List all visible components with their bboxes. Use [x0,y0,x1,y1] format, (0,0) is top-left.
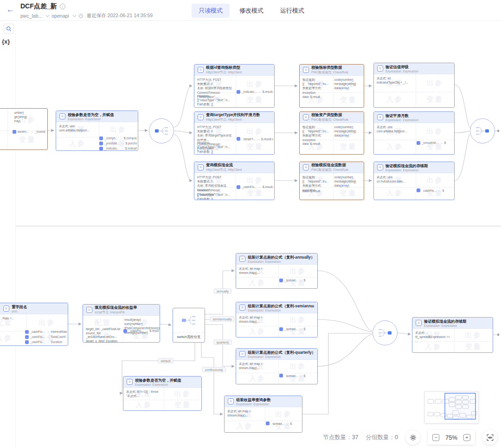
param-tag-icon [417,141,420,145]
join-connector-top[interactable] [470,118,495,143]
watermark-variable: 变量 [19,135,36,144]
config-line: Headers: [{"valueType":"Text","n... [197,94,234,102]
watermark-output: 出参 [39,318,56,327]
variables-symbol[interactable]: {x} [2,38,10,45]
fit-view-button[interactable] [482,430,497,445]
tab-readonly-mode[interactable]: 只读模式 [192,4,230,18]
param-row: _purchas...→$.purchase... [99,142,137,145]
node-body: 配置出参入参变量HTTP方法: POST失败重试: 0名称: 查询targetT… [194,123,274,154]
param-rows: _spread...→$ [279,374,316,379]
arrow-glyph: → [299,374,302,377]
node-verify-duration-top[interactable]: ≡验证模拟现金流的存续期Expression: Expression配置出参入参… [373,162,455,200]
param-name: _spread... [271,422,284,425]
param-name: _cashFlo... [422,189,437,192]
node-type-icon: ≡ [416,320,422,326]
zoom-out-button[interactable]: − [432,434,439,441]
arrow-glyph: → [257,137,260,141]
node-http-indicator[interactable]: ≡根据id查询指标类型HttpClient节点: HttpClient配置出参入… [194,64,275,108]
zoom-control: − 75% + [428,430,475,445]
watermark-variable: 变量 [174,401,191,409]
node-subtitle: PWC数据规范: CheckRule [311,117,348,122]
param-value: _investm... [35,130,45,133]
node-partial-bottom[interactable]: ≡置字段名sion配置出参入参变量Rate =..._cashFlo...→In… [0,303,68,346]
node-check-params-bottom[interactable]: ≡校验参数是否为空，并赋值Expression: Expression配置出参入… [123,376,202,411]
watermark-input: 入参 [249,374,266,383]
node-body: 配置出参入参变量表达式: let map = stream.map()..._s… [236,265,317,288]
node-config-text: data: $.result [302,95,332,99]
zoom-in-button[interactable]: + [463,434,470,441]
edge-label: annually [214,289,231,294]
param-rows: westm...→_investm... [13,130,46,135]
param-rows: _cashFlo...→$ [417,188,453,194]
node-body: 配置出参入参变量umber)ge(string)rray)westm...→_i… [0,109,47,149]
node-switch[interactable]: switch流程分支 [173,308,205,343]
node-header: ≡根据id查询指标类型HttpClient节点: HttpClient [194,65,274,76]
node-verify-duration-bottom[interactable]: ≡验证模拟现金流的存续期Expression: Expression配置出参入参… [412,317,493,353]
settings-button[interactable] [405,430,420,445]
param-rows: _cashFlo...→InterestRate_cashFlo...→Tota… [25,330,67,345]
node-title: 置字段名 [12,305,27,310]
param-tag-icon [279,327,283,331]
watermark-input: 入参 [0,333,13,342]
arrow-glyph: → [258,90,261,93]
node-title: 验证平滑月数 [385,113,418,118]
watermark-input: 入参 [249,327,266,336]
config-line: 名称: 查询模拟现金流 [197,183,234,188]
minimap-viewport[interactable] [445,393,475,419]
arrow-glyph: → [46,340,50,344]
config-line: source_list: _anDBInRatet.retDro... [86,331,122,339]
node-check-asset[interactable]: ≡校验资产类型数据PWC数据规范: CheckRule配置出参入参变量验证规则:… [299,111,364,155]
node-yield-params[interactable]: ≡组装收益率查询参数Expression: Expression配置出参入参变量… [224,396,302,433]
config-line: 表达式: let map = stream.map()... [239,362,277,370]
config-line: Authorization: [{"name":"authTyp... [197,106,234,107]
tab-run-mode[interactable]: 运行模式 [273,4,311,18]
workspace-select[interactable]: pwc_lab... [20,13,42,19]
node-check-params-top[interactable]: ≡校验参数是否为空，并赋值Expression: Expression配置出参入… [56,110,138,151]
node-subtitle: PWC数据规范: CheckRule [311,70,348,75]
node-check-indicator[interactable]: ≡校验指标类型数据PWC数据规范: CheckRule配置出参入参变量验证规则:… [299,64,364,108]
config-line: HTTP方法: POST [197,125,234,129]
node-header: ≡查询模拟现金流HttpClient节点: HttpClient [194,162,274,173]
config-line: 表达式: let indicatorTypeObj = _i... [377,76,414,84]
node-check-cashflow[interactable]: ≡校验模拟现金流数据PWC数据规范: CheckRule配置出参入参变量验证规则… [299,162,364,200]
node-fill-yield[interactable]: ≡填充模拟现金流的收益率script节点: interpolFill配置出参入参… [83,304,160,343]
watermark-input: 入参 [249,278,266,287]
node-title: 组装计算点差的公式（复利-annually） [248,255,314,260]
node-title: 校验指标类型数据 [311,65,348,70]
param-name: _cashFlo... [30,335,45,338]
node-formula-annually[interactable]: ≡组装计算点差的公式（复利-annually）Expression: Expre… [236,253,318,289]
edge-label: default [158,358,173,364]
flow-canvas[interactable]: {x} 配置出参入参变量umber)ge(string)rray)westm..… [0,32,501,448]
chevron-down-icon [45,13,49,17]
param-tag-icon [99,147,103,150]
param-rows: _spread...→$ [279,279,316,284]
node-partial-top[interactable]: 配置出参入参变量umber)ge(string)rray)westm...→_i… [0,108,48,150]
status-bar: 节点数量：37 分组数量：0 − 75% + [323,430,497,445]
node-formula-quarterly[interactable]: ≡组装计算点差的公式（复利-quarterly）Expression: Expr… [236,348,318,384]
zoom-level: 75% [444,434,458,441]
node-body: 配置出参入参变量验证规则: [{ "required": tru...失败处理方… [300,173,364,200]
node-config-text: 表达式: use cn.hutool.core.date... [377,175,414,183]
node-config-text: umber)ge(string)rray) [14,110,45,123]
node-http-cashflow[interactable]: ≡查询模拟现金流HttpClient节点: HttpClient配置出参入参变量… [194,162,275,200]
node-verify-rating[interactable]: ≡验证估值评级Expression: Expression配置出参入参变量表达式… [373,63,455,108]
back-arrow-icon[interactable]: ← [6,5,14,13]
node-http-target[interactable]: ≡查询targetType并找到平滑月数HttpClient节点: HttpCl… [194,111,275,155]
node-formula-semiannually[interactable]: ≡组装计算点差的公式（复利-semiannually）Expression: E… [236,302,318,338]
node-config-text: Headers: [{"valueType":"Text","n...Path参… [197,188,234,200]
last-saved-text: 最近保存 2022-06-21 14:35:59 [87,13,153,19]
arrow-glyph: → [46,335,50,338]
join-connector-bottom[interactable] [373,320,398,345]
tab-edit-mode[interactable]: 修改模式 [232,4,270,18]
minimap[interactable] [424,391,479,423]
node-verify-smooth[interactable]: ≡验证平滑月数Expression: Expression配置出参入参变量表达式… [373,111,455,155]
info-icon[interactable]: i [60,4,65,9]
node-config-text: 验证规则: [{ "required": tru...失败处理方式: excep… [302,125,332,142]
fork-connector[interactable] [149,118,174,143]
node-header: ≡验证模拟现金流的存续期Expression: Expression [374,162,454,173]
param-value: $ [304,327,306,331]
api-select[interactable]: openapi [51,13,69,19]
search-button[interactable] [4,24,14,34]
watermark-variable: 变量 [426,95,443,104]
param-row: _spread...→$ [279,374,316,377]
